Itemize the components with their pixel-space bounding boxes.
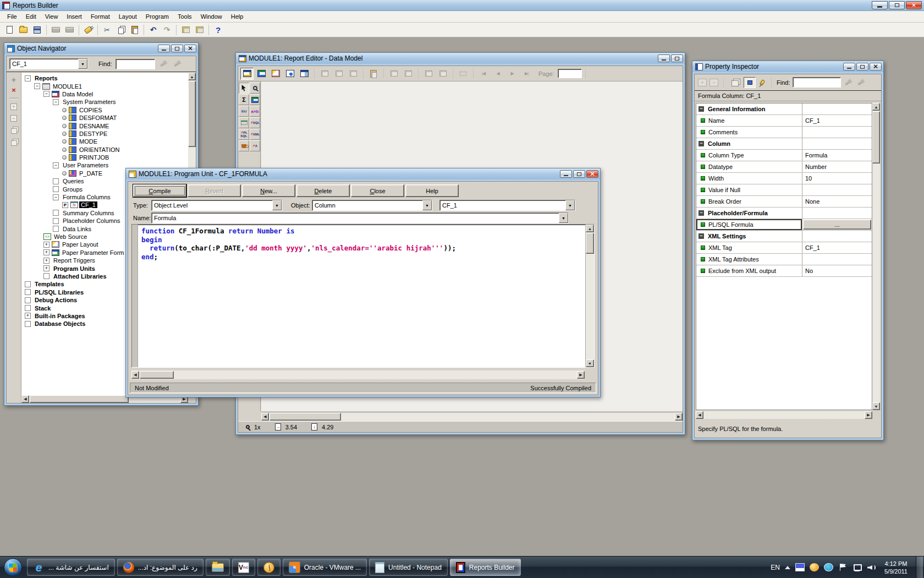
paper-layout-view-button[interactable]	[269, 68, 282, 80]
find-all-flashlight-icon[interactable]	[173, 59, 183, 68]
first-page-button[interactable]: |◀	[477, 68, 490, 80]
app-minimize-button[interactable]	[872, 1, 888, 9]
insert-group-button[interactable]	[332, 68, 345, 80]
scroll-thumb[interactable]	[586, 233, 594, 254]
property-value[interactable]: CF_1	[802, 115, 872, 126]
property-inspector-title-bar[interactable]: Property Inspector ✕	[692, 61, 883, 72]
chevron-down-icon[interactable]: ▼	[565, 200, 575, 210]
scroll-thumb[interactable]	[140, 371, 174, 379]
network-icon[interactable]	[853, 563, 862, 571]
taskbar-item-vmware[interactable]: Oracle - VMware ...	[283, 559, 367, 576]
property-section-placeholder-formula[interactable]: −Placeholder/Formula	[696, 208, 872, 219]
menu-insert[interactable]: Insert	[62, 12, 86, 21]
collapse-minus-icon[interactable]: −	[53, 194, 59, 200]
report-editor-hscrollbar[interactable]: ◀ ▶	[261, 412, 683, 421]
empty-node-icon[interactable]	[25, 305, 31, 311]
collapse-properties-icon[interactable]: −	[710, 79, 718, 86]
parameter-form-view-button[interactable]	[298, 68, 311, 80]
scroll-right-arrow[interactable]: ▶	[865, 411, 872, 419]
target-combo[interactable]: CF_1 ▼	[439, 200, 575, 211]
xml-query-tool-button[interactable]: ↗XML	[250, 129, 260, 140]
object-selector-combo[interactable]: CF_1 ▼	[9, 58, 88, 69]
property-row-pl-sql-formula[interactable]: PL/SQL Formula...	[696, 219, 872, 231]
property-value[interactable]: None	[802, 196, 872, 207]
empty-node-icon[interactable]	[43, 273, 50, 279]
property-value[interactable]	[802, 184, 872, 195]
property-value[interactable]	[802, 254, 872, 265]
reminder-clock-icon[interactable]	[810, 563, 819, 571]
tray-expand-icon[interactable]	[785, 566, 790, 569]
start-button[interactable]	[4, 558, 22, 576]
collapse-minus-icon[interactable]: −	[25, 75, 31, 81]
expand-tree-button[interactable]	[179, 24, 193, 36]
property-row-name[interactable]: NameCF_1	[696, 115, 872, 127]
find-input[interactable]	[116, 59, 155, 69]
find-next-flashlight-icon[interactable]	[159, 59, 169, 68]
scroll-thumb[interactable]	[270, 413, 341, 421]
plsql-formula-ellipsis-button[interactable]: ...	[803, 220, 871, 230]
property-row-width[interactable]: Width10	[696, 173, 872, 184]
intersection-view-button[interactable]	[744, 77, 756, 88]
scroll-thumb[interactable]	[188, 81, 196, 147]
property-value[interactable]: No	[802, 265, 872, 276]
app-maximize-button[interactable]	[889, 1, 905, 9]
keyboard-layout-icon[interactable]	[795, 563, 805, 571]
property-value[interactable]	[802, 208, 872, 219]
collapse-minus-icon[interactable]: −	[53, 162, 59, 168]
volume-icon[interactable]	[867, 563, 876, 571]
taskbar-item-firefox[interactable]: ...رد على الموضوع: اد	[117, 559, 204, 576]
property-row-exclude-from-xml-output[interactable]: Exclude from XML outputNo	[696, 265, 872, 277]
empty-node-icon[interactable]	[25, 289, 31, 295]
menu-file[interactable]: File	[3, 12, 21, 21]
taskbar-item-outlook[interactable]	[257, 559, 280, 576]
menu-layout[interactable]: Layout	[114, 12, 141, 21]
open-button[interactable]	[16, 24, 30, 36]
tree-item-desname[interactable]: DESNAME	[21, 122, 188, 129]
empty-node-icon[interactable]	[25, 297, 31, 303]
tree-item-data-model[interactable]: −Data Model	[21, 90, 188, 98]
summary-column-tool-button[interactable]: Σ	[239, 94, 249, 105]
scroll-up-arrow[interactable]: ▲	[872, 103, 880, 111]
property-row-column-type[interactable]: Column TypeFormula	[696, 150, 872, 161]
help-button[interactable]: Help	[405, 184, 459, 197]
object-navigator-title-bar[interactable]: Object Navigator ✕	[4, 43, 198, 54]
scroll-left-arrow[interactable]: ◀	[131, 371, 139, 379]
expand-plus-icon[interactable]: +	[43, 258, 50, 264]
scroll-left-arrow[interactable]: ◀	[696, 411, 703, 419]
find-next-flashlight-icon[interactable]	[844, 78, 854, 87]
property-hscrollbar[interactable]: ◀ ▶	[696, 411, 872, 419]
collapse-all-icon[interactable]	[11, 140, 17, 146]
empty-node-icon[interactable]	[53, 218, 59, 224]
property-row-break-order[interactable]: Break OrderNone	[696, 196, 872, 208]
menu-edit[interactable]: Edit	[21, 12, 41, 21]
expand-icon[interactable]: +	[10, 103, 17, 110]
cross-product-tool-button[interactable]: a×b	[250, 106, 260, 117]
create-icon[interactable]: +	[12, 77, 16, 83]
paste-button[interactable]	[128, 24, 141, 36]
copy-button[interactable]	[114, 24, 128, 36]
select-tool-button[interactable]	[239, 83, 249, 94]
code-hscrollbar[interactable]: ◀ ▶	[131, 370, 585, 379]
scroll-right-arrow[interactable]: ▶	[577, 371, 585, 379]
tree-item-printjob[interactable]: PRINTJOB	[21, 154, 188, 161]
previous-page-button[interactable]: ◀	[491, 68, 504, 80]
expand-plus-icon[interactable]: +	[25, 313, 31, 319]
pushpin-icon[interactable]	[760, 79, 766, 86]
menu-window[interactable]: Window	[196, 12, 227, 21]
chevron-down-icon[interactable]: ▼	[422, 200, 432, 210]
object-navigator-restore-button[interactable]	[171, 45, 183, 52]
find-input[interactable]	[793, 77, 841, 88]
scroll-thumb[interactable]	[30, 395, 129, 403]
collapse-minus-icon[interactable]: −	[34, 83, 40, 89]
jdbc-query-tool-button[interactable]	[239, 140, 249, 151]
magnify-tool-button[interactable]	[250, 83, 260, 94]
zoom-in-button[interactable]	[387, 68, 400, 80]
select-all-button[interactable]	[457, 68, 470, 80]
chevron-down-icon[interactable]: ▼	[559, 213, 568, 223]
object-combo[interactable]: Column ▼	[312, 200, 432, 211]
compile-button[interactable]: Compile	[133, 184, 186, 197]
fit-window-button[interactable]	[422, 68, 435, 80]
object-navigator-close-button[interactable]: ✕	[184, 45, 196, 52]
expand-plus-icon[interactable]: +	[43, 265, 50, 271]
page-input[interactable]	[558, 69, 582, 78]
